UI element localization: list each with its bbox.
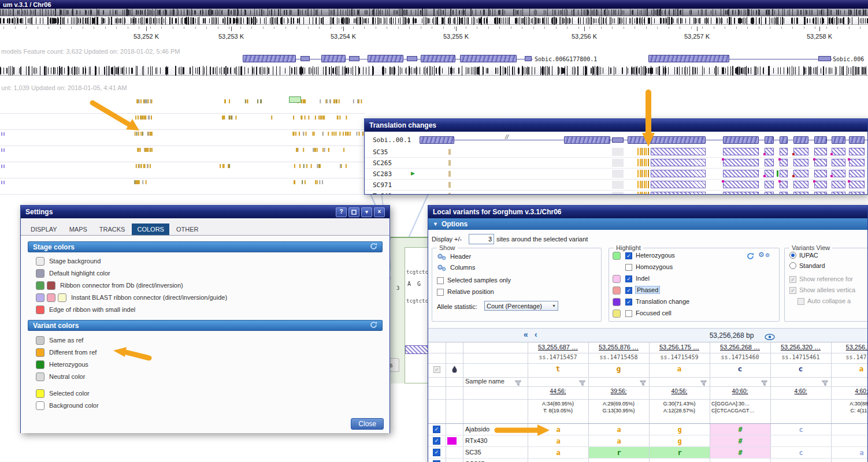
position-link[interactable]: 53,256,320 … xyxy=(771,344,830,351)
hatched-protein-block[interactable] xyxy=(832,159,845,166)
gene-exon[interactable] xyxy=(832,136,845,144)
hatched-protein-block[interactable] xyxy=(814,181,827,188)
color-swatch[interactable] xyxy=(58,293,66,302)
position-link[interactable]: 53,255,687 … xyxy=(529,344,587,351)
variant-cell[interactable]: # xyxy=(710,424,770,435)
variant-cell[interactable] xyxy=(589,459,649,462)
filter-icon[interactable] xyxy=(822,378,828,389)
allele-count-link[interactable]: 40;56; xyxy=(649,388,710,394)
hatched-protein-block[interactable] xyxy=(780,181,788,188)
allele-count-link[interactable]: 39;56; xyxy=(588,388,649,394)
hatched-protein-block[interactable] xyxy=(765,170,774,177)
hatched-protein-block[interactable] xyxy=(849,192,865,195)
hatched-protein-block[interactable] xyxy=(849,170,865,177)
hatched-protein-block[interactable] xyxy=(832,148,845,155)
sample-name-header[interactable]: Sample name xyxy=(465,378,505,385)
gene-exon[interactable] xyxy=(564,136,610,144)
translation-sample-label[interactable]: SC265 xyxy=(373,159,392,167)
tab-tracks[interactable]: TRACKS xyxy=(94,223,131,235)
hatched-protein-block[interactable] xyxy=(780,148,788,155)
gene-exon[interactable] xyxy=(628,136,706,144)
variant-cell[interactable] xyxy=(832,424,867,435)
gene-exon[interactable] xyxy=(765,136,774,144)
color-swatch[interactable] xyxy=(47,293,55,302)
show-item-label[interactable]: Columns xyxy=(450,264,475,271)
highlight-swatch[interactable] xyxy=(613,286,621,295)
tab-display[interactable]: DISPLAY xyxy=(25,223,62,235)
row-checkbox[interactable]: ✓ xyxy=(433,437,440,445)
hatched-protein-block[interactable] xyxy=(723,181,759,188)
hatched-protein-block[interactable] xyxy=(814,192,827,195)
show-item-label[interactable]: Header xyxy=(450,253,471,260)
expand-sample-icon[interactable]: ▶ xyxy=(411,170,415,176)
translation-sample-label[interactable]: Tx642 xyxy=(373,192,392,195)
tab-maps[interactable]: MAPS xyxy=(64,223,92,235)
highlight-swatch[interactable] xyxy=(613,275,621,283)
hatched-protein-block[interactable] xyxy=(765,181,774,188)
color-swatch[interactable] xyxy=(36,372,44,381)
coordinate-ruler[interactable]: 53,252 K53,253 K53,254 K53,255 K53,256 K… xyxy=(0,26,868,45)
hatched-protein-block[interactable] xyxy=(849,181,865,188)
gene-exon[interactable] xyxy=(321,55,346,62)
hatched-protein-block[interactable] xyxy=(814,170,827,177)
color-swatch[interactable] xyxy=(36,360,44,369)
hatched-protein-block[interactable] xyxy=(723,159,759,166)
gene-exon[interactable] xyxy=(368,55,403,62)
variant-cell[interactable]: a xyxy=(528,435,588,446)
hatched-protein-block[interactable] xyxy=(832,170,845,177)
gene-exon[interactable] xyxy=(460,55,517,62)
first-page-icon[interactable]: « xyxy=(524,330,528,338)
hatched-protein-block[interactable] xyxy=(651,181,706,188)
refresh-icon[interactable] xyxy=(747,252,754,262)
filter-icon[interactable] xyxy=(640,378,646,389)
translation-sample-label[interactable]: SC35 xyxy=(373,148,388,156)
hatched-protein-block[interactable] xyxy=(765,148,774,155)
hatched-protein-block[interactable] xyxy=(849,159,865,166)
hatched-protein-block[interactable] xyxy=(814,159,827,166)
color-swatch[interactable] xyxy=(36,389,44,398)
gene-exon[interactable] xyxy=(420,136,454,144)
color-swatch[interactable] xyxy=(36,305,44,314)
filter-icon[interactable] xyxy=(579,378,585,389)
gene-exon[interactable] xyxy=(849,136,865,144)
highlight-swatch[interactable] xyxy=(613,298,621,306)
snp-barcode-track[interactable] xyxy=(0,66,868,76)
position-link[interactable]: 53,256,175 … xyxy=(650,344,709,351)
allele-count-link[interactable]: 40;60; xyxy=(710,388,770,394)
hatched-protein-block[interactable] xyxy=(793,148,808,155)
app-titlebar[interactable]: um v.3.1 / Chr06 xyxy=(0,0,868,9)
variant-cell[interactable]: # xyxy=(710,435,770,446)
position-link[interactable]: 53,255,876 … xyxy=(589,344,648,351)
variant-cell[interactable] xyxy=(650,459,710,462)
translation-sample-label[interactable]: SC283 xyxy=(373,170,392,178)
translation-sample-label[interactable]: SC971 xyxy=(373,181,392,189)
close-icon[interactable]: × xyxy=(374,207,385,217)
hatched-protein-block[interactable] xyxy=(723,170,759,177)
variant-cell[interactable]: a xyxy=(589,424,649,435)
hatched-protein-block[interactable] xyxy=(849,148,865,155)
allele-statistic-dropdown[interactable]: Count (Percentage)▼ xyxy=(484,301,558,311)
filter-icon[interactable] xyxy=(700,378,707,389)
gene-exon[interactable] xyxy=(525,56,532,61)
options-header[interactable]: ▼ Options xyxy=(428,218,867,230)
variant-cell[interactable] xyxy=(771,435,831,446)
hatched-protein-block[interactable] xyxy=(723,192,759,195)
row-checkbox[interactable]: ✓ xyxy=(433,449,440,456)
radio-iupac[interactable] xyxy=(789,252,796,259)
highlight-checkbox[interactable] xyxy=(625,310,632,317)
variant-density-rows[interactable] xyxy=(0,91,370,201)
row-checkbox[interactable]: ✓ xyxy=(433,426,440,433)
hatched-protein-block[interactable] xyxy=(765,159,774,166)
variant-cell[interactable]: r xyxy=(650,447,710,458)
hatched-protein-block[interactable] xyxy=(651,148,706,155)
gene-exon[interactable] xyxy=(301,56,310,61)
translation-window-titlebar[interactable]: Translation changes xyxy=(365,119,867,132)
gene-exon[interactable] xyxy=(780,136,788,144)
variant-cell[interactable]: a xyxy=(589,435,649,446)
allele-count-link[interactable]: 44;56; xyxy=(528,388,588,394)
variant-cell[interactable]: g xyxy=(650,435,710,446)
color-swatch[interactable] xyxy=(36,281,44,290)
variant-cell[interactable] xyxy=(710,459,770,462)
highlight-checkbox[interactable]: ✓ xyxy=(625,299,632,305)
hatched-protein-block[interactable] xyxy=(793,192,808,195)
